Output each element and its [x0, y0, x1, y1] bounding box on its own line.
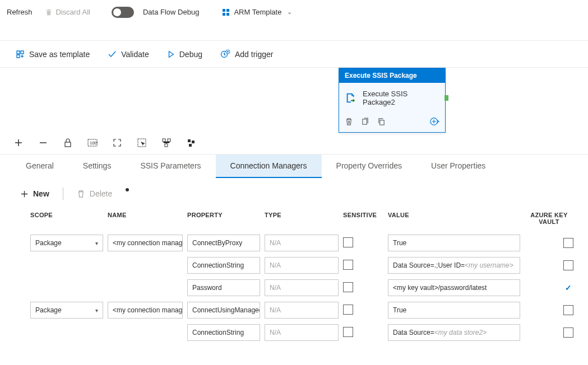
- azure-key-vault-checkbox[interactable]: [563, 260, 573, 270]
- svg-rect-5: [65, 142, 71, 147]
- property-input[interactable]: ConnectByProxy: [187, 235, 260, 251]
- activity-footer: [339, 112, 445, 132]
- property-input[interactable]: Password: [187, 279, 260, 296]
- delete-button[interactable]: Delete: [73, 187, 115, 200]
- table-row: ConnectionStringN/AData Source=.;User ID…: [30, 254, 577, 277]
- svg-rect-3: [380, 120, 385, 124]
- data-flow-debug-label: Data Flow Debug: [143, 8, 199, 16]
- azure-key-vault-checkbox[interactable]: [563, 283, 573, 293]
- svg-rect-9: [163, 139, 165, 142]
- table-row: Package▾<my connection manager>ConnectBy…: [30, 232, 577, 254]
- delete-label: Delete: [90, 189, 112, 198]
- table-row: ConnectionStringN/AData Source= <my data…: [30, 321, 577, 344]
- activity-card[interactable]: Execute SSIS Package Execute SSIS Packag…: [339, 68, 446, 133]
- align-button[interactable]: [161, 138, 172, 148]
- scope-select[interactable]: Package▾: [30, 235, 103, 251]
- pipeline-canvas[interactable]: Execute SSIS Package Execute SSIS Packag…: [0, 68, 588, 132]
- svg-rect-14: [189, 144, 192, 147]
- delete-icon[interactable]: [345, 118, 353, 126]
- select-button[interactable]: [137, 138, 147, 148]
- col-name: NAME: [108, 212, 187, 225]
- tab-connection-managers[interactable]: Connection Managers: [216, 155, 322, 178]
- table-row: Package▾<my connection manager>ConnectUs…: [30, 299, 577, 321]
- sensitive-checkbox[interactable]: [343, 305, 353, 315]
- refresh-button[interactable]: Refresh: [2, 6, 37, 18]
- type-input[interactable]: N/A: [265, 324, 339, 341]
- discard-all-label: Discard All: [56, 8, 90, 16]
- trash-icon: [45, 8, 53, 16]
- property-input[interactable]: ConnectUsingManagedIdentity: [187, 302, 260, 319]
- new-label: New: [33, 189, 49, 198]
- add-trigger-button[interactable]: Add trigger: [220, 49, 273, 59]
- arm-template-label: ARM Template: [234, 8, 281, 16]
- type-input[interactable]: N/A: [265, 235, 339, 251]
- col-sensitive: SENSITIVE: [343, 212, 388, 225]
- value-input[interactable]: <my key vault>/password/latest: [388, 279, 520, 296]
- tab-user-properties[interactable]: User Properties: [416, 155, 500, 178]
- tab-property-overrides[interactable]: Property Overrides: [322, 155, 416, 178]
- property-input[interactable]: ConnectionString: [187, 257, 260, 274]
- value-input[interactable]: Data Source=.;User ID= <my username>: [388, 257, 520, 274]
- sensitive-checkbox[interactable]: [343, 260, 353, 270]
- type-input[interactable]: N/A: [265, 279, 339, 296]
- top-toolbar: Refresh Discard All Data Flow Debug ARM …: [0, 0, 588, 25]
- zoom-in-button[interactable]: [13, 138, 24, 148]
- arm-template-button[interactable]: ARM Template ⌄: [217, 6, 297, 19]
- activity-body: Execute SSIS Package2: [339, 83, 445, 112]
- plus-icon: [20, 190, 29, 198]
- type-input[interactable]: N/A: [265, 257, 339, 274]
- data-flow-debug-toggle[interactable]: Data Flow Debug: [104, 4, 203, 20]
- lock-button[interactable]: [63, 138, 73, 148]
- validate-button[interactable]: Validate: [108, 50, 149, 59]
- scope-select[interactable]: Package▾: [30, 302, 103, 319]
- tab-ssis-parameters[interactable]: SSIS Parameters: [126, 155, 215, 178]
- type-input[interactable]: N/A: [265, 302, 339, 319]
- sensitive-checkbox[interactable]: [343, 237, 353, 247]
- col-azure-key-vault: AZURE KEY VAULT: [525, 212, 577, 225]
- checkmark-icon: [108, 50, 117, 59]
- azure-key-vault-checkbox[interactable]: [563, 327, 573, 338]
- sensitive-checkbox[interactable]: [343, 282, 353, 292]
- add-output-icon[interactable]: [429, 116, 439, 127]
- copy-icon[interactable]: [377, 118, 386, 126]
- name-input[interactable]: <my connection manager>: [108, 302, 183, 319]
- svg-rect-10: [168, 139, 170, 142]
- tab-settings[interactable]: Settings: [68, 155, 126, 178]
- svg-text:100%: 100%: [90, 141, 98, 145]
- svg-rect-12: [188, 139, 191, 142]
- template-icon: [16, 50, 25, 59]
- discard-all-button[interactable]: Discard All: [40, 6, 95, 18]
- layout-button[interactable]: [186, 138, 196, 148]
- debug-button[interactable]: Debug: [167, 50, 202, 59]
- separator: [63, 188, 63, 200]
- new-button[interactable]: New: [17, 187, 53, 200]
- save-as-template-button[interactable]: Save as template: [16, 50, 90, 59]
- azure-key-vault-checkbox[interactable]: [563, 305, 573, 315]
- tab-general[interactable]: General: [11, 155, 68, 178]
- refresh-label: Refresh: [7, 8, 33, 16]
- trigger-icon: [220, 49, 230, 59]
- connection-managers-grid: SCOPE NAME PROPERTY TYPE SENSITIVE VALUE…: [0, 206, 588, 355]
- validate-label: Validate: [121, 50, 149, 59]
- toggle-track: [112, 7, 134, 18]
- activity-header: Execute SSIS Package: [339, 68, 445, 83]
- value-input[interactable]: True: [388, 235, 520, 251]
- col-type: TYPE: [265, 212, 343, 225]
- chevron-down-icon: ⌄: [287, 8, 292, 16]
- save-as-template-label: Save as template: [29, 50, 90, 59]
- azure-key-vault-checkbox[interactable]: [563, 238, 573, 248]
- zoom-out-button[interactable]: [38, 138, 48, 148]
- output-connector[interactable]: [445, 95, 448, 101]
- sensitive-checkbox[interactable]: [343, 327, 353, 337]
- value-input[interactable]: True: [388, 302, 520, 319]
- name-input[interactable]: <my connection manager>: [108, 235, 183, 251]
- reset-zoom-button[interactable]: 100%: [87, 138, 98, 148]
- value-input[interactable]: Data Source= <my data store2>: [388, 324, 520, 341]
- ssis-icon: [345, 92, 357, 104]
- fit-button[interactable]: [112, 138, 122, 148]
- clone-icon[interactable]: [361, 118, 369, 126]
- play-icon: [167, 50, 175, 58]
- info-icon[interactable]: [126, 188, 129, 191]
- properties-tabs: General Settings SSIS Parameters Connect…: [0, 154, 588, 178]
- property-input[interactable]: ConnectionString: [187, 324, 260, 341]
